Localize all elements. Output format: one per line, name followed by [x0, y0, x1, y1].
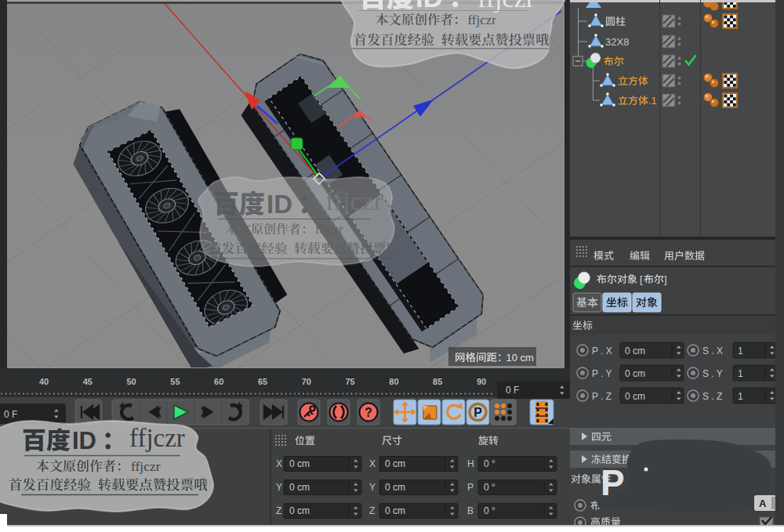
svg-text:ID: ID	[72, 427, 96, 454]
svg-text:1: 1	[738, 391, 743, 402]
svg-text:1: 1	[738, 346, 743, 356]
svg-text:H: H	[467, 458, 474, 469]
svg-text:0 F: 0 F	[506, 385, 519, 396]
svg-text:Y: Y	[276, 482, 282, 493]
svg-text:0 °: 0 °	[484, 458, 495, 469]
svg-text:P: P	[467, 482, 474, 493]
svg-text:P: P	[474, 406, 482, 419]
svg-text:0 cm: 0 cm	[289, 505, 310, 516]
svg-text:0 cm: 0 cm	[625, 346, 645, 356]
svg-text:65: 65	[258, 377, 267, 386]
svg-text:ffjczr: ffjczr	[468, 13, 497, 27]
svg-text:75: 75	[345, 377, 354, 386]
svg-text:10 cm: 10 cm	[506, 352, 534, 364]
svg-text:P . X: P . X	[592, 346, 612, 356]
svg-text:45: 45	[83, 377, 93, 386]
svg-text:55: 55	[170, 377, 180, 386]
svg-text:ID: ID	[267, 190, 292, 219]
svg-text:0 °: 0 °	[484, 505, 495, 516]
svg-text:0 cm: 0 cm	[625, 391, 645, 402]
svg-text:80: 80	[389, 377, 398, 386]
svg-text:32X8: 32X8	[605, 36, 629, 48]
svg-text:0 cm: 0 cm	[385, 505, 405, 516]
svg-text:0 cm: 0 cm	[289, 458, 310, 469]
svg-text:0 F: 0 F	[4, 409, 17, 420]
svg-text:Z: Z	[276, 505, 281, 516]
svg-text:50: 50	[126, 377, 136, 386]
svg-text:0 cm: 0 cm	[625, 368, 645, 379]
svg-text:ffjczr: ffjczr	[325, 186, 383, 215]
svg-text:85: 85	[433, 377, 442, 386]
svg-text:90: 90	[477, 377, 486, 386]
svg-text:X: X	[276, 458, 282, 469]
svg-text:.1: .1	[648, 95, 657, 107]
svg-text:Y: Y	[369, 482, 376, 493]
svg-text:0 cm: 0 cm	[289, 482, 310, 493]
svg-text:ffjczr: ffjczr	[315, 222, 343, 237]
svg-text:40: 40	[39, 377, 49, 386]
svg-text:0 cm: 0 cm	[385, 458, 405, 469]
svg-text:?: ?	[365, 406, 372, 419]
svg-text:P . Z: P . Z	[592, 391, 612, 402]
svg-text:S . Z: S . Z	[702, 391, 722, 402]
svg-text:S . Y: S . Y	[702, 368, 723, 379]
svg-text:X: X	[369, 458, 376, 469]
svg-text:70: 70	[302, 377, 311, 386]
svg-text:Z: Z	[369, 505, 375, 516]
svg-text:B: B	[467, 505, 474, 516]
svg-text:ffjczr: ffjczr	[129, 424, 185, 452]
svg-text:P: P	[601, 462, 625, 503]
svg-text:A: A	[759, 498, 767, 509]
svg-text:1: 1	[738, 368, 743, 379]
svg-text:60: 60	[214, 377, 223, 386]
svg-text:0 cm: 0 cm	[385, 482, 405, 493]
svg-text:ffjczr: ffjczr	[131, 458, 161, 474]
svg-text:S . X: S . X	[702, 346, 723, 356]
svg-text:]: ]	[664, 273, 667, 285]
svg-text:0 °: 0 °	[484, 482, 495, 493]
svg-text:[: [	[640, 273, 643, 285]
svg-text:P . Y: P . Y	[592, 368, 612, 379]
